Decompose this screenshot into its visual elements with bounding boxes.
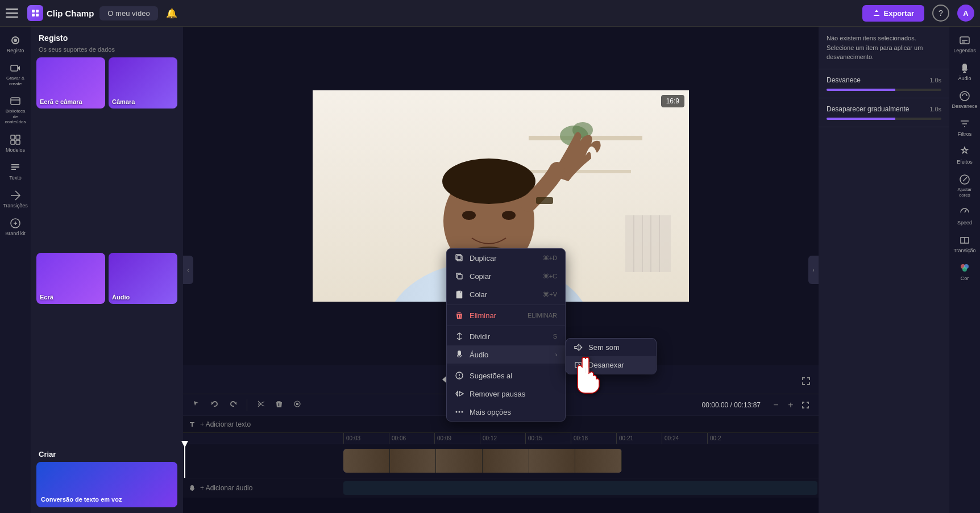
ctx-separator-1 — [447, 305, 565, 305]
add-audio-button[interactable]: + Adicionar áudio — [200, 484, 252, 492]
zoom-fit-button[interactable] — [799, 399, 812, 411]
ruler-mark-8: 00:2 — [707, 433, 753, 444]
svg-rect-10 — [11, 140, 15, 144]
text-to-speech-card[interactable]: Conversão de texto em voz — [36, 462, 177, 507]
text-track-label: + Adicionar texto — [183, 420, 342, 428]
text-track-content[interactable] — [342, 416, 819, 432]
media-card-camera[interactable]: Câmara — [109, 57, 177, 109]
right-icon-efeitos[interactable]: Efeitos — [952, 143, 978, 168]
delete-tool[interactable] — [272, 398, 286, 411]
ruler-mark-3: 00:12 — [480, 433, 525, 444]
user-avatar[interactable]: A — [957, 5, 974, 22]
ctx-more-options[interactable]: Mais opções — [447, 403, 565, 421]
svg-point-5 — [14, 39, 17, 42]
svg-point-38 — [462, 411, 463, 413]
svg-point-37 — [459, 411, 460, 413]
right-icon-filtros[interactable]: Filtros — [952, 115, 978, 140]
ctx-copy[interactable]: Copiar ⌘+C — [447, 267, 565, 285]
sidebar-item-brand[interactable]: Brand kit — [2, 214, 28, 240]
fullscreen-button[interactable] — [802, 377, 811, 388]
right-icon-speed[interactable]: Speed — [952, 203, 978, 229]
submenu-mute[interactable]: Sem som — [566, 339, 656, 356]
left-panel-title: Registo — [31, 27, 183, 46]
hamburger-menu[interactable] — [6, 5, 22, 21]
right-icon-transicao[interactable]: Transição — [952, 231, 978, 257]
criar-label: Criar — [31, 444, 183, 462]
ctx-paste[interactable]: Colar ⌘+V — [447, 285, 565, 303]
svg-point-36 — [456, 411, 458, 413]
right-icon-legendas[interactable]: Legendas — [952, 31, 978, 57]
media-card-audio[interactable]: Áudio — [109, 253, 177, 304]
svg-rect-3 — [36, 14, 39, 16]
audio-track-label: + Adicionar áudio — [183, 484, 342, 492]
right-panel: Não existem itens selecionados. Selecion… — [819, 27, 949, 513]
playhead[interactable] — [184, 444, 185, 478]
ctx-separator-3 — [447, 365, 565, 365]
submenu-detach[interactable]: Desanexar — [566, 356, 656, 374]
toolbar-separator — [247, 399, 247, 411]
svg-point-47 — [962, 267, 967, 272]
video-tab[interactable]: O meu vídeo — [99, 6, 157, 20]
app-logo: Clip Champ — [27, 5, 94, 21]
media-card-ecra[interactable]: Ecrã — [36, 253, 105, 304]
fade-out-slider[interactable] — [827, 118, 941, 120]
aspect-ratio-badge: 16:9 — [661, 95, 684, 107]
undo-tool[interactable] — [208, 398, 222, 411]
media-grid: Ecrã e câmara Câmara Ecrã Áudio — [31, 57, 183, 444]
redo-tool[interactable] — [226, 398, 240, 411]
logo-icon — [27, 5, 43, 21]
ruler-mark-7: 00:24 — [662, 433, 707, 444]
content-area: ‹ › — [183, 27, 819, 513]
ruler-mark-1: 00:06 — [389, 433, 434, 444]
fade-in-title: Desvanece 1.0s — [827, 76, 941, 84]
sidebar-item-modelos[interactable]: Modelos — [2, 131, 28, 156]
ctx-audio[interactable]: Áudio › — [447, 345, 565, 364]
add-text-button[interactable]: + Adicionar texto — [200, 420, 251, 428]
ctx-remove-pauses[interactable]: Remover pausas — [447, 385, 565, 403]
context-menu: Duplicar ⌘+D Copiar ⌘+C Colar ⌘+V Elimin… — [446, 248, 566, 422]
svg-rect-1 — [36, 10, 39, 12]
main-layout: Registo Gravar & create Biblioteca de co… — [0, 27, 980, 513]
left-panel-subtitle: Os seus suportes de dados — [31, 46, 183, 57]
fade-in-section: Desvanece 1.0s — [819, 69, 949, 98]
fade-in-slider[interactable] — [827, 89, 941, 91]
fade-out-section: Desaparecer gradualmente 1.0s — [819, 98, 949, 127]
ctx-duplicate[interactable]: Duplicar ⌘+D — [447, 249, 565, 267]
right-icon-cor[interactable]: Cor — [952, 259, 978, 285]
right-icon-audio[interactable]: Áudio — [952, 59, 978, 85]
media-card-ecra-camera[interactable]: Ecrã e câmara — [36, 57, 105, 109]
right-icon-bar: Legendas Áudio Desvanece Filtros Efeitos… — [949, 27, 980, 513]
right-icon-desvanece[interactable]: Desvanece — [952, 87, 978, 112]
ruler-mark-0: 00:03 — [343, 433, 389, 444]
sidebar-item-gravar[interactable]: Gravar & create — [2, 59, 28, 90]
right-icon-ajustar-cores[interactable]: Ajustar cores — [952, 170, 978, 201]
collapse-left-button[interactable]: ‹ — [183, 256, 193, 284]
ruler-mark-4: 00:15 — [525, 433, 571, 444]
zoom-controls: − + — [770, 399, 812, 411]
ctx-suggestions[interactable]: Sugestões al — [447, 366, 565, 385]
audio-track-content[interactable] — [342, 478, 819, 498]
sidebar-item-registo[interactable]: Registo — [2, 31, 28, 57]
app-title: Clip Champ — [47, 9, 94, 18]
svg-rect-15 — [529, 170, 631, 173]
ctx-split[interactable]: Dividir S — [447, 327, 565, 345]
zoom-in-button[interactable]: + — [784, 399, 797, 411]
audio-tool[interactable] — [290, 398, 304, 411]
video-clip[interactable] — [343, 449, 622, 473]
collapse-right-button[interactable]: › — [808, 256, 819, 284]
svg-rect-2 — [32, 14, 35, 16]
sidebar-item-transicoes[interactable]: Transições — [2, 186, 28, 212]
sidebar-item-texto[interactable]: Texto — [2, 159, 28, 184]
video-track-content[interactable] — [342, 444, 819, 478]
ctx-delete[interactable]: Eliminar ELIMINAR — [447, 306, 565, 324]
svg-rect-6 — [11, 65, 18, 71]
fade-out-title: Desaparecer gradualmente 1.0s — [827, 105, 941, 113]
export-button[interactable]: Exportar — [862, 5, 924, 22]
select-tool[interactable] — [190, 398, 204, 411]
cut-tool[interactable] — [254, 398, 268, 411]
sidebar-item-biblioteca[interactable]: Biblioteca de conteúdos — [2, 92, 28, 128]
help-button[interactable]: ? — [932, 5, 949, 22]
zoom-out-button[interactable]: − — [770, 399, 782, 411]
left-sidebar: Registo Gravar & create Biblioteca de co… — [0, 27, 31, 513]
notification-icon[interactable]: 🔔 — [166, 8, 177, 19]
